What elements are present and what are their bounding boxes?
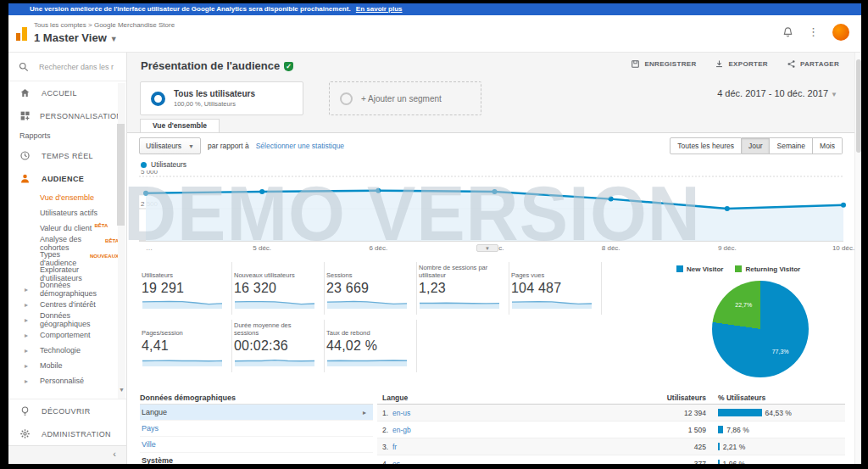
language-link[interactable]: fr: [392, 443, 565, 451]
metric-card-pages-vues[interactable]: Pages vues104 487: [509, 262, 602, 315]
sidebar-scrollbar[interactable]: [118, 83, 125, 402]
metric-card-dur-e-moyenne-des-sessions[interactable]: Durée moyenne des sessions00:02:36: [232, 320, 325, 372]
sidebar-search[interactable]: [8, 53, 126, 81]
sidebar-subitem-donn-es-g-ographiques[interactable]: ▸Données géographiques: [8, 312, 119, 327]
sidebar-subitem-analyse-des-cohortes[interactable]: Analyse des cohortesBÊTA: [8, 236, 119, 251]
users-percent: 1,96 %: [718, 460, 845, 465]
metric-select[interactable]: Utilisateurs▼: [139, 137, 201, 154]
metric-card-nouveaux-utilisateurs[interactable]: Nouveaux utilisateurs16 320: [232, 262, 325, 315]
pie-legend-item[interactable]: New Visitor: [676, 265, 723, 273]
axis-granularity-dropdown[interactable]: ▼: [476, 244, 498, 252]
segments-section: Tous les utilisateurs 100,00 %, Utilisat…: [127, 78, 854, 119]
learn-more-link[interactable]: En savoir plus: [356, 5, 403, 13]
sidebar-subitem-label: Valeur du client: [40, 224, 92, 232]
metric-value: 16 320: [234, 281, 317, 296]
sidebar-item-audience[interactable]: AUDIENCE: [8, 167, 119, 190]
granularity-toutes-les-heures[interactable]: Toutes les heures: [670, 137, 742, 154]
sidebar-item-administration[interactable]: ADMINISTRATION: [8, 422, 126, 445]
date-range-picker[interactable]: 4 déc. 2017 - 10 déc. 2017▼: [717, 88, 837, 98]
metric-card-nombre-de-sessions-par-utilisateur[interactable]: Nombre de sessions par utilisateur1,23: [417, 262, 509, 315]
page-scrollbar[interactable]: [854, 53, 861, 464]
column-header-pct-utilisateurs: % Utilisateurs: [718, 391, 845, 404]
expand-arrow-icon[interactable]: ▸: [25, 362, 28, 370]
sidebar-item-accueil[interactable]: ACCUEIL: [8, 81, 119, 104]
user-avatar[interactable]: [832, 24, 849, 41]
dimension-pays[interactable]: Pays: [140, 421, 373, 437]
sidebar-subitem-vue-d-ensemble[interactable]: Vue d'ensemble: [8, 190, 119, 205]
users-count: 377: [565, 460, 718, 465]
table-row: 3.fr4252,21 %: [377, 438, 845, 455]
save-icon: [631, 59, 640, 69]
granularity-semaine[interactable]: Semaine: [770, 137, 813, 154]
expand-arrow-icon[interactable]: ▸: [25, 377, 28, 385]
sidebar-subitem-valeur-du-client[interactable]: Valeur du clientBÊTA: [8, 221, 119, 236]
search-input[interactable]: [37, 62, 115, 72]
language-link[interactable]: en-us: [392, 409, 565, 417]
dimension-langue[interactable]: Langue▸: [140, 405, 373, 421]
enregistrer-button[interactable]: ENREGISTRER: [631, 59, 696, 69]
metric-sparkline: [326, 354, 408, 367]
sidebar-subitem-technologie[interactable]: ▸Technologie: [8, 343, 119, 358]
pie-legend-item[interactable]: Returning Visitor: [735, 265, 800, 273]
collapse-sidebar-icon[interactable]: ‹: [113, 449, 116, 459]
sidebar-subitem-explorateur-d-utilisateurs[interactable]: Explorateur d'utilisateurs: [8, 266, 119, 282]
users-count: 425: [565, 443, 718, 451]
partager-button[interactable]: PARTAGER: [787, 59, 839, 69]
more-options-kebab-icon[interactable]: ⋮: [808, 24, 819, 41]
scroll-down-icon[interactable]: ▼: [118, 386, 125, 394]
sidebar-item-découvrir[interactable]: DÉCOUVRIR: [8, 399, 126, 422]
select-metric-link[interactable]: Sélectionner une statistique: [256, 142, 344, 150]
legend-swatch-icon: [735, 265, 742, 272]
sidebar-subitem-types-d-audience[interactable]: Types d'audienceNOUVEAUX: [8, 251, 119, 266]
gear-icon: [19, 428, 32, 439]
percent-text: 1,96 %: [723, 460, 745, 465]
sidebar-subitem-personnalis-[interactable]: ▸Personnalisé: [8, 373, 119, 388]
expand-arrow-icon[interactable]: ▸: [25, 301, 28, 309]
dimension-ville[interactable]: Ville: [140, 437, 373, 453]
add-segment-button[interactable]: + Ajouter un segment: [329, 81, 481, 115]
chart-legend: Utilisateurs: [141, 160, 186, 169]
sidebar-item-personnalisation[interactable]: PERSONNALISATION: [8, 104, 119, 127]
view-title[interactable]: 1 Master View▼: [34, 31, 118, 44]
visitor-type-pie-chart[interactable]: 77,3%22,7%: [712, 281, 809, 377]
expand-arrow-icon[interactable]: ▸: [25, 332, 28, 339]
tab-overview[interactable]: Vue d'ensemble: [140, 119, 220, 132]
metric-card-utilisateurs[interactable]: Utilisateurs19 291: [140, 262, 232, 315]
metric-label: Nouveaux utilisateurs: [234, 262, 317, 279]
users-count: 12 394: [565, 409, 718, 417]
language-link[interactable]: es: [392, 460, 565, 465]
metric-card-sessions[interactable]: Sessions23 669: [325, 262, 417, 315]
language-table: LangueUtilisateurs% Utilisateurs1.en-us1…: [377, 391, 845, 464]
expand-arrow-icon[interactable]: ▸: [25, 286, 28, 293]
breadcrumb: Tous les comptes > Google Merchandise St…: [34, 21, 175, 29]
row-rank: 2.: [377, 426, 392, 434]
chart-controls: Utilisateurs▼ par rapport à Sélectionner…: [139, 137, 344, 154]
sidebar-subitem-label: Utilisateurs actifs: [40, 209, 97, 217]
action-label: PARTAGER: [800, 60, 839, 68]
series-dot-icon: [141, 162, 147, 168]
granularity-mois[interactable]: Mois: [813, 137, 843, 154]
metric-card-pages-session[interactable]: Pages/session4,41: [140, 320, 232, 372]
language-link[interactable]: en-gb: [392, 426, 565, 434]
sidebar-item-temps-réel[interactable]: TEMPS RÉEL: [8, 144, 119, 167]
segment-all-users-card[interactable]: Tous les utilisateurs 100,00 %, Utilisat…: [140, 81, 303, 115]
row-rank: 3.: [377, 443, 392, 451]
metric-value: 44,02 %: [326, 338, 409, 354]
sidebar-subitem-label: Vue d'ensemble: [40, 193, 94, 202]
lightbulb-icon: [19, 405, 32, 416]
sidebar-subitem-utilisateurs-actifs[interactable]: Utilisateurs actifs: [8, 205, 119, 221]
granularity-jour[interactable]: Jour: [742, 137, 771, 154]
sidebar-subitem-centres-d-int-r-t[interactable]: ▸Centres d'intérêt: [8, 297, 119, 312]
expand-arrow-icon[interactable]: ▸: [25, 347, 28, 355]
sidebar-subitem-mobile[interactable]: ▸Mobile: [8, 358, 119, 373]
chevron-down-icon: ▼: [831, 91, 837, 98]
sidebar-subitem-comportement[interactable]: ▸Comportement: [8, 327, 119, 343]
expand-arrow-icon[interactable]: ▸: [25, 316, 28, 324]
sidebar-nav: ACCUEILPERSONNALISATIONRapportsTEMPS RÉE…: [8, 81, 119, 388]
metric-card-taux-de-rebond[interactable]: Taux de rebond44,02 %: [325, 320, 417, 372]
metric-sparkline: [142, 354, 223, 367]
pie-legend: New VisitorReturning Visitor: [676, 265, 800, 273]
sidebar-subitem-donn-es-d-mographiques[interactable]: ▸Données démographiques: [8, 282, 119, 297]
exporter-button[interactable]: EXPORTER: [715, 59, 767, 69]
notifications-bell-icon[interactable]: [782, 26, 794, 39]
